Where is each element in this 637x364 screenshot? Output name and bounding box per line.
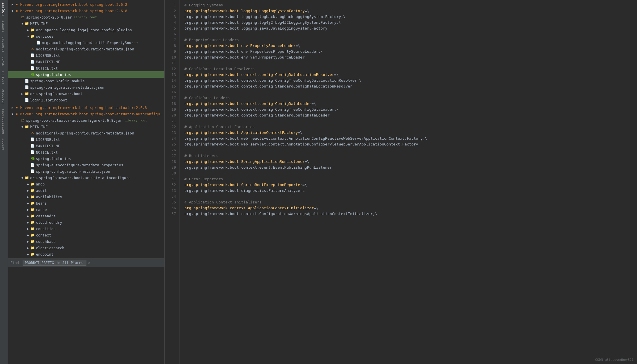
- folder-icon: 📁: [30, 182, 35, 186]
- tree-item-spring-factories2[interactable]: 🌿 spring.factories: [8, 155, 164, 162]
- tree-item-actuate-auto-pkg[interactable]: ▼ 📁 org.springframework.boot.actuate.aut…: [8, 174, 164, 181]
- find-close[interactable]: ×: [88, 261, 90, 265]
- folder-icon: 📁: [24, 124, 29, 129]
- tree-item-elasticsearch[interactable]: ▶ 📁 elasticsearch: [8, 245, 164, 251]
- tree-item-services[interactable]: ▼ 📁 services: [8, 33, 164, 39]
- spring-icon: 🌿: [30, 72, 35, 77]
- tree-item-audit[interactable]: ▶ 📁 audit: [8, 187, 164, 194]
- tree-label-cache: cache: [36, 208, 47, 212]
- code-content[interactable]: # Logging Systemsorg.springframework.boo…: [180, 0, 637, 364]
- line-number: 6: [167, 31, 176, 37]
- tree-arrow: ▶: [26, 246, 30, 250]
- tree-arrow: [26, 53, 30, 57]
- tree-item-license2[interactable]: 📄 LICENSE.txt: [8, 136, 164, 143]
- tool-linkedin[interactable]: LinkedIn: [0, 34, 8, 54]
- maven-icon: ▪: [14, 2, 19, 7]
- tree-item-condition[interactable]: ▶ 📁 condition: [8, 225, 164, 232]
- tree-item-cassandra[interactable]: ▶ 📁 cassandra: [8, 213, 164, 219]
- tree-item-spring-config-meta2[interactable]: 📄 spring-configuration-metadata.json: [8, 168, 164, 174]
- tree-item-kotlin-module[interactable]: 📄 spring-boot.kotlin_module: [8, 78, 164, 84]
- code-line: org.springframework.boot.logging.log4j2.…: [184, 20, 632, 26]
- line-number: 31: [167, 176, 176, 182]
- line-number: 26: [167, 147, 176, 153]
- tree-item-log4j2-springboot[interactable]: 📄 log4j2.springboot: [8, 97, 164, 103]
- tree-item-maven-2.6.2[interactable]: ▶ ▪ Maven: org.springframework.boot:spri…: [8, 1, 164, 8]
- tree-item-maven-2.6.8[interactable]: ▼ ▪ Maven: org.springframework.boot:spri…: [8, 8, 164, 14]
- tree-label-spring-config-meta2: spring-configuration-metadata.json: [36, 169, 110, 174]
- file-icon: 📄: [36, 40, 41, 45]
- line-number: 4: [167, 20, 176, 26]
- tree-item-couchbase[interactable]: ▶ 📁 couchbase: [8, 238, 164, 245]
- spring-icon: 🌿: [30, 156, 35, 161]
- tree-label-license: LICENSE.txt: [36, 53, 60, 58]
- tree-label-spring-factories: spring.factories: [36, 72, 71, 77]
- tree-item-jar-actuator[interactable]: 🗃 spring-boot-actuator-autoconfigure-2.6…: [8, 117, 164, 123]
- tree-item-org-springframework[interactable]: ▶ 📁 org.springframework.boot: [8, 90, 164, 97]
- tree-item-notice[interactable]: 📄 NOTICE.txt: [8, 65, 164, 71]
- tree-item-beans[interactable]: ▶ 📁 beans: [8, 200, 164, 206]
- tree-item-addl-config[interactable]: ⚙ additional-spring-configuration-metada…: [8, 46, 164, 52]
- maven-icon: ▪: [14, 8, 19, 13]
- tree-arrow: ▼: [10, 9, 14, 13]
- tree-item-spring-config-meta[interactable]: 📄 spring-configuration-metadata.json: [8, 84, 164, 90]
- tree-item-endpoint[interactable]: ▶ 📁 endpoint: [8, 251, 164, 257]
- tree-arrow: [26, 60, 30, 64]
- tree-arrow: [26, 156, 30, 161]
- tree-arrow: [26, 66, 30, 70]
- tool-maven[interactable]: Maven: [0, 54, 8, 68]
- code-line: org.springframework.boot.web.servlet.con…: [184, 141, 632, 147]
- tree-label-condition: condition: [36, 227, 56, 231]
- tree-item-maven-actuator-auto[interactable]: ▼ ▪ Maven: org.springframework.boot:spri…: [8, 111, 164, 117]
- tree-label-spring-factories2: spring.factories: [36, 156, 71, 161]
- tree-item-amqp[interactable]: ▶ 📁 amqp: [8, 181, 164, 187]
- json-icon: 📄: [30, 169, 35, 174]
- tree-item-jar-2.6.8[interactable]: 🗃 spring-boot-2.6.8.jar library root: [8, 14, 164, 20]
- watermark: CSDN @Blueevedboy521: [595, 358, 634, 362]
- tool-project[interactable]: Project: [0, 0, 8, 18]
- tree-item-log4j-util[interactable]: 📄 org.apache.logging.log4j.util.Property…: [8, 39, 164, 46]
- tree-label-maven-actuator: Maven: org.springframework.boot:spring-b…: [20, 105, 147, 110]
- find-input[interactable]: [23, 260, 86, 266]
- tool-database[interactable]: Database: [0, 87, 8, 107]
- folder-icon: 📁: [30, 28, 35, 32]
- tree-item-availability[interactable]: ▶ 📁 availability: [8, 194, 164, 200]
- tree-item-spring-auto-meta[interactable]: 📄 spring-autoconfigure-metadata.properti…: [8, 162, 164, 168]
- code-line: org.springframework.boot.diagnostics.Fai…: [184, 188, 632, 194]
- line-number: 29: [167, 165, 176, 170]
- tree-item-license[interactable]: 📄 LICENSE.txt: [8, 52, 164, 59]
- tree-item-maven-actuator[interactable]: ▶ ▪ Maven: org.springframework.boot:spri…: [8, 104, 164, 111]
- tree-item-context[interactable]: ▶ 📁 context: [8, 232, 164, 238]
- tree-item-meta-inf2[interactable]: ▼ 📁 META-INF: [8, 123, 164, 130]
- line-number: 11: [167, 60, 176, 66]
- line-number: 15: [167, 83, 176, 89]
- tree-arrow: ▶: [26, 220, 30, 224]
- tree-arrow: [20, 85, 24, 89]
- tree-item-notice2[interactable]: 📄 NOTICE.txt: [8, 149, 164, 155]
- tree-arrow: [26, 47, 30, 51]
- tree-arrow: ▼: [20, 21, 24, 26]
- tree-item-manifest2[interactable]: 📄 MANIFEST.MF: [8, 143, 164, 149]
- tool-notifications[interactable]: Notifications: [0, 107, 8, 136]
- tree-item-log4j-plugins[interactable]: ▶ 📁 org.apache.logging.log4j.core.config…: [8, 27, 164, 33]
- tree-arrow: ▶: [26, 182, 30, 186]
- tool-xcoder[interactable]: Xcoder: [0, 136, 8, 152]
- tool-commit[interactable]: Commit: [0, 18, 8, 34]
- line-number: 33: [167, 188, 176, 194]
- tree-item-addl-config2[interactable]: ⚙ additional-spring-configuration-metada…: [8, 130, 164, 136]
- tree-label-manifest: MANIFEST.MF: [36, 60, 60, 64]
- tree-item-spring-factories[interactable]: 🌿 spring.factories: [8, 71, 164, 78]
- editor-area: 1234567891011121314151617181920212223242…: [165, 0, 637, 364]
- tree-item-cache[interactable]: ▶ 📁 cache: [8, 206, 164, 213]
- tree-label-cloudfoundry: cloudfoundry: [36, 220, 62, 225]
- code-line: # Run Listeners: [184, 153, 632, 159]
- tree-arrow: [20, 79, 24, 83]
- tree-arrow: [16, 15, 20, 19]
- tree-item-manifest[interactable]: 📄 MANIFEST.MF: [8, 59, 164, 65]
- tree-arrow: ▶: [26, 201, 30, 205]
- tree-item-cloudfoundry[interactable]: ▶ 📁 cloudfoundry: [8, 219, 164, 225]
- code-line: [184, 60, 632, 66]
- tree-item-meta-inf[interactable]: ▼ 📁 META-INF: [8, 20, 164, 27]
- tool-chatgpt[interactable]: ChatGPT: [0, 68, 8, 86]
- tree-label-maven-2.6.2: Maven: org.springframework.boot:spring-b…: [20, 2, 127, 7]
- tree-arrow: [26, 163, 30, 167]
